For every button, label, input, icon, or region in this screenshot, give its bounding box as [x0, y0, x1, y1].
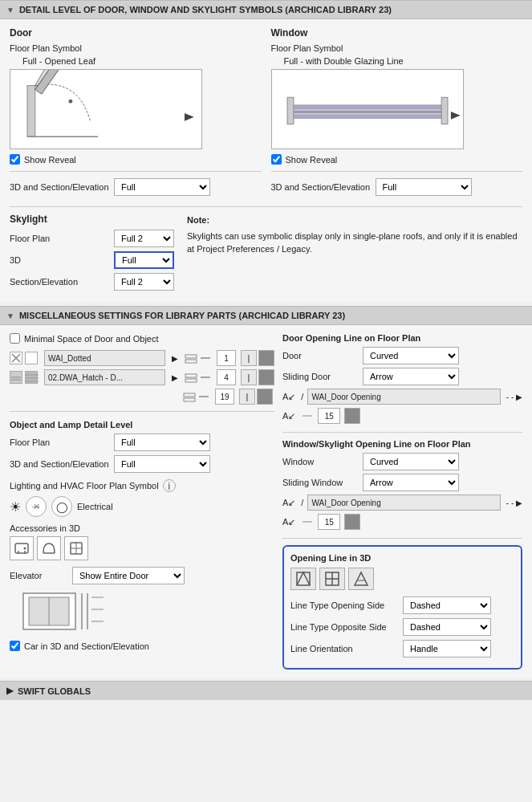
door-section-label: 3D and Section/Elevation [10, 182, 114, 192]
window-column: Window Floor Plan Symbol Full - with Dou… [271, 27, 523, 200]
elevator-label: Elevator [10, 571, 66, 580]
line-icon-2 [199, 371, 212, 384]
window-reveal-row: Show Reveal [271, 154, 523, 165]
svg-rect-24 [185, 379, 197, 382]
electrical-label: Electrical [77, 502, 113, 511]
door-line-color[interactable] [344, 408, 360, 424]
obj-floor-plan-row: Floor Plan Full [10, 434, 274, 451]
opening-3d-section: Opening Line in 3D Line Type Opening Sid… [282, 545, 522, 670]
acc-btn-2[interactable] [37, 536, 61, 560]
line-btn-1[interactable]: | [241, 350, 257, 366]
obj-section-select[interactable]: Full [114, 455, 210, 473]
skylight-3d-select[interactable]: Full [114, 251, 174, 269]
hatch-checkbox-2a[interactable] [10, 371, 22, 384]
sliding-window-row: Sliding Window Arrow Curved [282, 474, 522, 491]
btn-3d-3[interactable] [348, 568, 374, 590]
window-show-reveal-checkbox[interactable] [271, 154, 282, 165]
note-text: Skylights can use symbolic display only … [187, 230, 522, 256]
window-symbol-box [271, 69, 464, 149]
door-line-number-row: A↙ 15 [282, 408, 522, 424]
door-reveal-row: Show Reveal [10, 154, 262, 165]
swift-collapse-triangle[interactable]: ▶ [6, 686, 13, 696]
skylight-3d-label: 3D [10, 255, 114, 265]
line-orientation-select[interactable]: Handle Other [403, 640, 491, 657]
svg-point-32 [24, 548, 26, 550]
car-checkbox[interactable] [10, 641, 20, 651]
skylight-section-select[interactable]: Full 2 [114, 273, 174, 291]
count-1: 1 [217, 350, 236, 366]
window-row-label: Window [282, 457, 363, 466]
btn-3d-1[interactable] [290, 568, 316, 590]
window-curved-select[interactable]: Curved Arrow [363, 453, 459, 470]
svg-rect-15 [185, 355, 197, 358]
merge-icon [185, 352, 197, 364]
hatch-checkbox-1[interactable] [10, 352, 22, 364]
svg-rect-7 [289, 105, 446, 109]
line-btn-2[interactable]: | [241, 369, 257, 385]
hatch-swatch-1 [25, 352, 38, 364]
sliding-window-select[interactable]: Arrow Curved [363, 474, 459, 491]
circle-x-icon[interactable]: ✕ [26, 496, 47, 517]
minimal-space-label: Minimal Space of Door and Object [24, 334, 159, 344]
door-line-num-icon [301, 409, 314, 422]
acc-btn-3[interactable] [64, 536, 88, 560]
sliding-door-row-label: Sliding Door [282, 372, 363, 381]
accessories-label: Accessories in 3D [10, 523, 274, 533]
minimal-space-row: Minimal Space of Door and Object [10, 333, 274, 344]
minimal-space-checkbox[interactable] [10, 333, 20, 344]
line-type-opening-label: Line Type Opening Side [290, 600, 403, 610]
sliding-door-row: Sliding Door Arrow Curved [282, 368, 522, 385]
circle-icon[interactable]: ◯ [51, 496, 72, 517]
window-line-color[interactable] [344, 514, 360, 530]
car-row: Car in 3D and Section/Elevation [10, 641, 274, 651]
window-section-label: 3D and Section/Elevation [271, 182, 376, 192]
svg-marker-5 [185, 113, 194, 121]
window-select-row: Window Curved Arrow [282, 453, 522, 470]
door-section-select[interactable]: Full [114, 178, 210, 196]
line-type-opening-select[interactable]: Dashed Solid Dotted [403, 596, 491, 614]
svg-marker-12 [450, 112, 460, 120]
window-floor-plan-label: Floor Plan Symbol [271, 43, 523, 53]
skylight-fp-select[interactable]: Full 2 [114, 230, 174, 247]
line-btn-3[interactable]: | [239, 389, 255, 405]
door-line-dash: - - ▶ [506, 393, 522, 401]
sliding-window-row-label: Sliding Window [282, 478, 363, 487]
info-icon: i [163, 479, 176, 492]
window-line-icon-slash: / [301, 498, 303, 507]
door-show-reveal-checkbox[interactable] [10, 154, 20, 165]
accessories-row [10, 536, 274, 560]
sliding-door-select[interactable]: Arrow Curved [363, 368, 459, 385]
misc-section-header: ▼ MISCELLANEOUS SETTINGS FOR LIBRARY PAR… [0, 306, 532, 325]
elevator-row: Elevator Show Entire Door Minimal Full [10, 567, 274, 584]
door-line-name[interactable]: WAI_Door Opening [307, 389, 500, 405]
svg-rect-0 [27, 86, 35, 137]
misc-collapse-triangle[interactable]: ▼ [6, 311, 14, 320]
object-detail-label: Object and Lamp Detail Level [10, 420, 274, 429]
lighting-label: Lighting and HVAC Floor Plan Symbol [10, 481, 159, 491]
svg-marker-51 [355, 572, 368, 585]
collapse-triangle[interactable]: ▼ [6, 6, 14, 14]
elevator-select[interactable]: Show Entire Door Minimal Full [72, 567, 185, 584]
door-floor-plan-label: Floor Plan Symbol [10, 43, 262, 53]
pattern-name-1[interactable]: WAI_Dotted [44, 350, 165, 366]
color-btn-3[interactable] [257, 389, 273, 405]
svg-rect-11 [441, 97, 448, 124]
door-line-number: 15 [318, 408, 340, 424]
pattern-name-2[interactable]: 02.DWA_Hatch - D... [44, 369, 165, 385]
swift-section-header: ▶ SWIFT GLOBALS [0, 681, 532, 700]
door-curved-select[interactable]: Curved Arrow Straight [363, 347, 459, 364]
line-type-opposite-select[interactable]: Dashed Solid Dotted [403, 618, 491, 636]
color-btn-1[interactable] [258, 350, 274, 366]
skylight-section-label: Section/Elevation [10, 277, 114, 287]
window-line-icon-a: A↙ [282, 498, 295, 508]
acc-btn-1[interactable] [10, 536, 34, 560]
color-btn-2[interactable] [258, 369, 274, 385]
btn-3d-2[interactable] [319, 568, 345, 590]
note-label: Note: [187, 214, 522, 227]
btn-3d-row [290, 568, 514, 590]
obj-fp-select[interactable]: Full [114, 434, 210, 451]
door-opening-label: Door Opening Line on Floor Plan [282, 333, 522, 343]
window-line-name[interactable]: WAI_Door Opening [307, 495, 500, 511]
window-symbol-svg [272, 70, 463, 149]
window-section-select[interactable]: Full [376, 178, 472, 196]
